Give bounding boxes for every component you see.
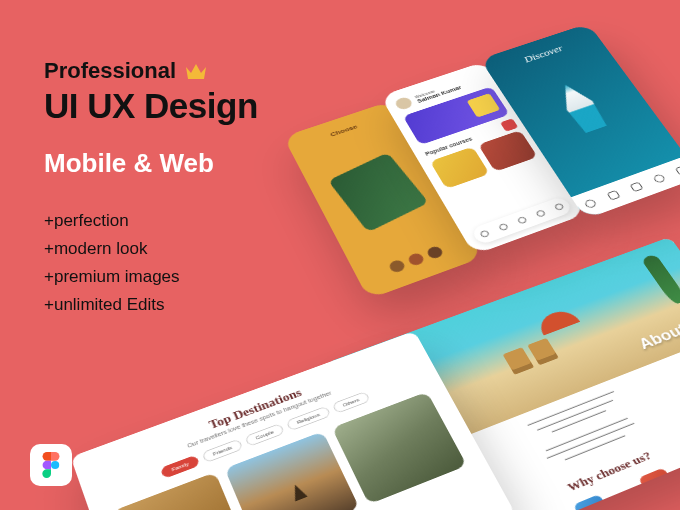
- avatar: [388, 259, 407, 274]
- about-us-title: About Us: [636, 312, 680, 353]
- avatar: [394, 96, 414, 111]
- heart-icon: [583, 199, 597, 210]
- bullet-modern-look: +modern look: [44, 235, 258, 263]
- tab-icon: [554, 203, 565, 211]
- discover-title: Discover: [486, 32, 601, 78]
- hero-boat-image: [540, 76, 628, 147]
- headline-text: UI UX Design: [44, 86, 258, 126]
- avatar: [407, 252, 426, 267]
- tab-bar: [470, 196, 573, 246]
- globe-icon: [638, 468, 678, 502]
- umbrella-icon: [534, 307, 580, 336]
- svg-point-0: [51, 461, 59, 469]
- nav-icon: [606, 190, 620, 201]
- menu-screen-title: Choose: [288, 110, 399, 152]
- filter-pill-others: Others: [331, 391, 370, 414]
- subline-text: Mobile & Web: [44, 148, 258, 179]
- tab-icon: [517, 216, 528, 225]
- avatar: [425, 245, 444, 260]
- map-pin-icon: [573, 494, 613, 510]
- filter-pill-couple: Couple: [244, 423, 285, 447]
- tab-icon: [535, 209, 546, 217]
- nav-icon: [629, 182, 643, 192]
- tab-icon: [479, 230, 490, 239]
- kicker-text: Professional: [44, 58, 176, 84]
- tab-icon: [498, 223, 509, 232]
- share-icon: [652, 173, 666, 183]
- filter-pill-family: Family: [160, 455, 200, 479]
- figma-icon: [42, 452, 60, 478]
- bottom-nav: [571, 156, 680, 219]
- nav-icon: [675, 165, 680, 175]
- beach-chairs: [503, 338, 559, 375]
- figma-badge: [30, 444, 72, 486]
- destination-tile: [332, 392, 467, 505]
- menu-avatar-row: [356, 234, 476, 286]
- cart-icon: [500, 118, 518, 131]
- why-label: International: [654, 494, 680, 510]
- bullet-perfection: +perfection: [44, 207, 258, 235]
- promo-text-block: Professional UI UX Design Mobile & Web +…: [44, 58, 258, 319]
- bullet-premium-images: +premium images: [44, 263, 258, 291]
- crown-icon: [184, 61, 208, 81]
- feature-bullets: +perfection +modern look +premium images…: [44, 207, 258, 319]
- filter-pill-friends: Friends: [201, 439, 243, 464]
- bullet-unlimited-edits: +unlimited Edits: [44, 291, 258, 319]
